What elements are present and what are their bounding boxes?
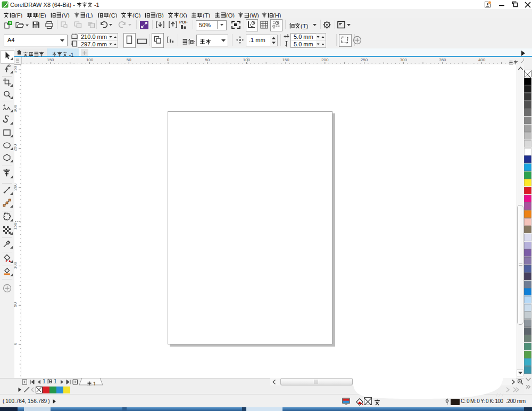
svg-text:50: 50 <box>205 57 210 62</box>
svg-text:300: 300 <box>14 105 18 112</box>
svg-text:400: 400 <box>478 57 486 62</box>
svg-text:250: 250 <box>14 144 18 151</box>
svg-text:200: 200 <box>14 183 18 191</box>
svg-text:0: 0 <box>167 57 170 62</box>
svg-text:50: 50 <box>127 57 131 62</box>
svg-text:350: 350 <box>14 65 18 73</box>
svg-text:100: 100 <box>243 57 251 62</box>
svg-text:150: 150 <box>47 57 54 62</box>
svg-text:350: 350 <box>439 57 446 62</box>
svg-text:50: 50 <box>14 302 18 307</box>
svg-text:150: 150 <box>282 57 289 62</box>
svg-text:150: 150 <box>14 223 18 230</box>
svg-text:0: 0 <box>14 342 18 345</box>
svg-text:100: 100 <box>14 261 18 269</box>
svg-text:300: 300 <box>400 57 408 62</box>
svg-text:200: 200 <box>321 57 329 62</box>
svg-text:100: 100 <box>86 57 94 62</box>
svg-text:250: 250 <box>361 57 368 62</box>
